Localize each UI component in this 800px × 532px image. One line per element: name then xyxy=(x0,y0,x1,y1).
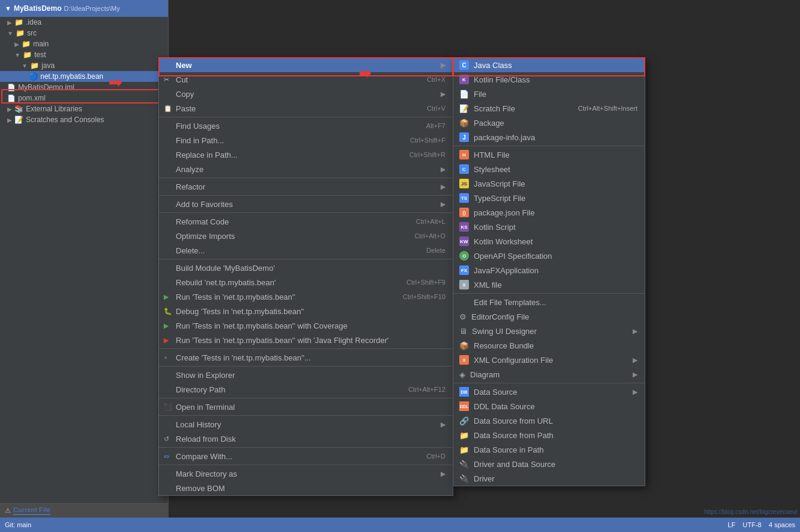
submenu-item-scratch[interactable]: 📝 Scratch File Ctrl+Alt+Shift+Insert xyxy=(453,101,645,116)
xmlcfg-icon: X xyxy=(459,355,469,365)
tree-item-package[interactable]: 🔵 net.tp.mybatis.bean xyxy=(0,71,168,82)
submenu-item-swing[interactable]: 🖥 Swing UI Designer ▶ xyxy=(453,324,645,338)
ts-icon: TS xyxy=(459,193,469,203)
submenu-item-html[interactable]: H HTML File xyxy=(453,147,645,162)
menu-item-copy[interactable]: Copy ▶ xyxy=(159,87,453,101)
xml-icon: X xyxy=(459,280,469,289)
menu-item-new[interactable]: New ▶ xyxy=(159,58,453,72)
javafx-icon: FX xyxy=(459,265,469,275)
menu-item-run-coverage[interactable]: ▶ Run 'Tests in 'net.tp.mybatis.bean'' w… xyxy=(159,318,453,333)
project-panel: ▼ MyBatisDemo D:\IdeaProjects\My ▶ 📁 .id… xyxy=(0,0,169,532)
submenu-item-js[interactable]: JS JavaScript File xyxy=(453,176,645,191)
menu-item-build-module[interactable]: Build Module 'MyBatisDemo' xyxy=(159,261,453,275)
db-icon: DB xyxy=(459,387,469,397)
swing-icon: 🖥 xyxy=(459,327,467,336)
menu-item-find-usages[interactable]: Find Usages Alt+F7 xyxy=(159,119,453,133)
tree-item-main[interactable]: ▶ 📁 main xyxy=(0,39,168,49)
tree-item-external[interactable]: ▶ 📚 External Libraries xyxy=(0,104,168,114)
status-encoding: UTF-8 xyxy=(743,521,761,528)
tree-item-iml[interactable]: 📄 MyBatisDemo.iml xyxy=(0,82,168,93)
menu-item-cut[interactable]: ✂ Cut Ctrl+X xyxy=(159,72,453,87)
submenu-item-kotlin-worksheet[interactable]: KW Kotlin Worksheet xyxy=(453,234,645,249)
menu-item-find-in-path[interactable]: Find in Path... Ctrl+Shift+F xyxy=(159,133,453,147)
context-menu: New ▶ ✂ Cut Ctrl+X Copy ▶ 📋 Paste Ctrl+V… xyxy=(158,57,453,496)
status-bar: Git: main LF UTF-8 4 spaces xyxy=(0,518,800,532)
new-arrow-right: ▶ xyxy=(441,61,445,69)
submenu-item-edit-templates[interactable]: Edit File Templates... xyxy=(453,295,645,309)
in-path-icon: 📁 xyxy=(459,445,469,454)
datasource-arrow: ▶ xyxy=(633,388,637,396)
menu-item-run-tests[interactable]: ▶ Run 'Tests in 'net.tp.mybatis.bean'' C… xyxy=(159,289,453,304)
submenu-item-datasource-url[interactable]: 🔗 Data Source from URL xyxy=(453,413,645,428)
compare-icon: ⇔ xyxy=(164,453,169,460)
submenu-item-java-class[interactable]: C Java Class xyxy=(453,58,645,72)
submenu-item-driver[interactable]: 🔌 Driver xyxy=(453,471,645,486)
submenu-item-datasource-path[interactable]: 📁 Data Source from Path xyxy=(453,428,645,442)
css-icon: C xyxy=(459,164,469,174)
tree-item-test[interactable]: ▼ 📁 test xyxy=(0,49,168,60)
tree-item-src[interactable]: ▼ 📁 src xyxy=(0,28,168,39)
diagram-arrow: ▶ xyxy=(633,371,637,379)
menu-item-create-tests[interactable]: + Create 'Tests in 'net.tp.mybatis.bean'… xyxy=(159,350,453,365)
tree-item-idea[interactable]: ▶ 📁 .idea xyxy=(0,17,168,28)
submenu-item-openapi[interactable]: O OpenAPI Specification xyxy=(453,249,645,263)
submenu-item-resource-bundle[interactable]: 📦 Resource Bundle xyxy=(453,338,645,353)
sep9 xyxy=(159,415,453,416)
tree-item-scratches[interactable]: ▶ 📝 Scratches and Consoles xyxy=(0,114,168,125)
menu-item-open-terminal[interactable]: ⬛ Open in Terminal xyxy=(159,400,453,414)
submenu-item-editorconfig[interactable]: ⚙ EditorConfig File xyxy=(453,309,645,324)
menu-item-compare[interactable]: ⇔ Compare With... Ctrl+D xyxy=(159,449,453,463)
menu-item-rebuild[interactable]: Rebuild 'net.tp.mybatis.bean' Ctrl+Shift… xyxy=(159,275,453,289)
submenu-item-datasource-in-path[interactable]: 📁 Data Source in Path xyxy=(453,442,645,457)
submenu-item-json[interactable]: {} package.json File xyxy=(453,205,645,220)
menu-item-refactor[interactable]: Refactor ▶ xyxy=(159,179,453,194)
submenu-new: C Java Class K Kotlin File/Class 📄 File … xyxy=(453,57,645,486)
submenu-item-xml[interactable]: X XML file xyxy=(453,277,645,292)
menu-item-local-history[interactable]: Local History ▶ xyxy=(159,417,453,431)
menu-item-mark-directory[interactable]: Mark Directory as ▶ xyxy=(159,466,453,481)
submenu-item-ddl[interactable]: DDL DDL Data Source xyxy=(453,399,645,413)
tree-item-pom[interactable]: 📄 pom.xml xyxy=(0,93,168,104)
menu-item-run-flight[interactable]: ▶ Run 'Tests in 'net.tp.mybatis.bean'' w… xyxy=(159,333,453,347)
tree-item-java[interactable]: ▼ 📁 java xyxy=(0,60,168,71)
menu-item-add-favorites[interactable]: Add to Favorites ▶ xyxy=(159,197,453,211)
sub-sep3 xyxy=(453,383,645,383)
menu-item-paste[interactable]: 📋 Paste Ctrl+V xyxy=(159,101,453,116)
submenu-item-data-source[interactable]: DB Data Source ▶ xyxy=(453,385,645,399)
submenu-item-package[interactable]: 📦 Package xyxy=(453,116,645,130)
current-file-tab[interactable]: Current File xyxy=(13,506,51,515)
project-title: ▼ MyBatisDemo D:\IdeaProjects\My xyxy=(0,0,168,17)
submenu-item-kotlin-script[interactable]: KS Kotlin Script xyxy=(453,220,645,234)
reload-icon: ↺ xyxy=(164,435,169,443)
history-arrow: ▶ xyxy=(441,421,445,428)
sep5 xyxy=(159,259,453,259)
submenu-item-stylesheet[interactable]: C Stylesheet xyxy=(453,162,645,176)
menu-item-reformat[interactable]: Reformat Code Ctrl+Alt+L xyxy=(159,214,453,229)
kotlin-icon: K xyxy=(459,75,469,84)
package-info-icon: J xyxy=(459,132,469,142)
openapi-icon: O xyxy=(459,251,469,261)
submenu-item-xml-config[interactable]: X XML Configuration File ▶ xyxy=(453,353,645,367)
menu-item-reload[interactable]: ↺ Reload from Disk xyxy=(159,431,453,446)
menu-item-show-explorer[interactable]: Show in Explorer xyxy=(159,368,453,382)
menu-item-remove-bom[interactable]: Remove BOM xyxy=(159,481,453,495)
menu-item-directory-path[interactable]: Directory Path Ctrl+Alt+F12 xyxy=(159,382,453,397)
menu-item-optimize-imports[interactable]: Optimize Imports Ctrl+Alt+O xyxy=(159,229,453,243)
menu-item-analyze[interactable]: Analyze ▶ xyxy=(159,162,453,176)
submenu-item-javafx[interactable]: FX JavaFXApplication xyxy=(453,263,645,277)
submenu-item-diagram[interactable]: ◈ Diagram ▶ xyxy=(453,367,645,382)
submenu-item-kotlin-file[interactable]: K Kotlin File/Class xyxy=(453,72,645,87)
scratch-icon: 📝 xyxy=(459,104,469,113)
sep6 xyxy=(159,348,453,349)
menu-item-delete[interactable]: Delete... Delete xyxy=(159,243,453,258)
diagram-icon: ◈ xyxy=(459,370,465,379)
submenu-item-ts[interactable]: TS TypeScript File xyxy=(453,191,645,205)
submenu-item-driver-datasource[interactable]: 🔌 Driver and Data Source xyxy=(453,457,645,471)
flight-icon: ▶ xyxy=(164,336,169,344)
submenu-item-package-info[interactable]: J package-info.java xyxy=(453,130,645,144)
project-path: D:\IdeaProjects\My xyxy=(64,5,120,12)
menu-item-debug-tests[interactable]: 🐛 Debug 'Tests in 'net.tp.mybatis.bean'' xyxy=(159,304,453,318)
submenu-item-file[interactable]: 📄 File xyxy=(453,87,645,101)
menu-item-replace-in-path[interactable]: Replace in Path... Ctrl+Shift+R xyxy=(159,147,453,162)
java-class-icon: C xyxy=(459,60,469,70)
